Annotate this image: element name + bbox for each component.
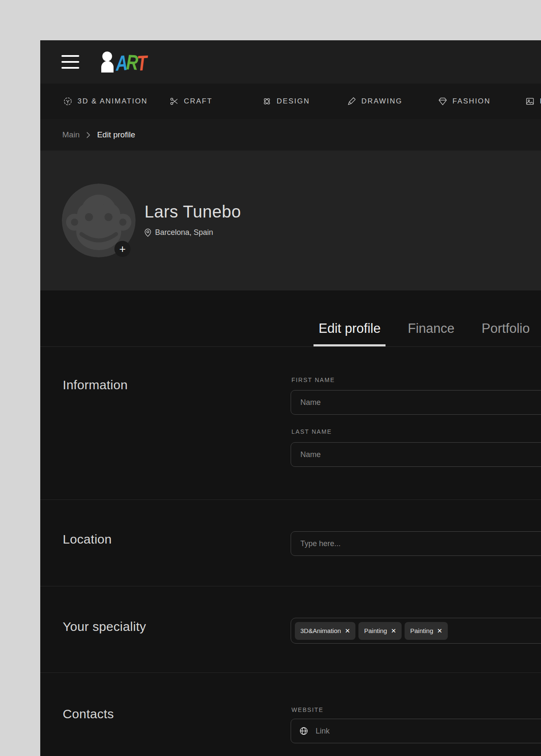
logo-letter-t: T <box>136 54 146 73</box>
logo-letter-r: R <box>126 53 137 72</box>
hamburger-menu-icon[interactable] <box>61 55 79 69</box>
nav-item-fashion[interactable]: FASHION <box>438 97 491 106</box>
person-icon <box>100 51 115 73</box>
nav-item-design[interactable]: DESIGN <box>262 97 310 106</box>
nav-item-drawing[interactable]: DRAWING <box>347 97 402 106</box>
breadcrumb-current: Edit profile <box>97 130 135 139</box>
section-title: Contacts <box>63 707 114 721</box>
section-title: Your speciality <box>63 619 146 634</box>
first-name-input[interactable] <box>291 390 541 415</box>
nav-item-label: FASHION <box>452 97 491 106</box>
vector-atom-icon <box>262 97 272 106</box>
plus-icon: + <box>119 243 125 254</box>
tag-chip: 3D&Animation ✕ <box>295 622 355 640</box>
section-title: Information <box>63 378 128 392</box>
tab-finance[interactable]: Finance <box>402 321 459 346</box>
logo-letter-a: A <box>115 53 127 73</box>
nav-item-label: 3D & ANIMATION <box>78 97 148 106</box>
nav-item-3d-animation[interactable]: 3D & ANIMATION <box>63 97 148 106</box>
breadcrumb: Main Edit profile <box>40 119 541 151</box>
last-name-input[interactable] <box>291 442 541 467</box>
tab-bar: Edit profile Finance Portfolio <box>40 290 541 347</box>
speciality-tags-input[interactable]: 3D&Animation ✕ Painting ✕ Painting ✕ <box>291 618 541 644</box>
chevron-right-icon <box>86 132 90 138</box>
nav-item-illustration[interactable]: ILLUSTRATION <box>525 97 541 106</box>
image-icon <box>525 97 535 106</box>
section-location: Location <box>40 500 541 586</box>
nav-item-craft[interactable]: CRAFT <box>169 97 213 106</box>
profile-location: Barcelona, Spain <box>144 228 241 237</box>
last-name-label: LAST NAME <box>291 428 332 435</box>
logo-text: A R T <box>116 54 146 73</box>
location-pin-icon <box>144 229 151 237</box>
scissors-icon <box>169 97 179 106</box>
nav-item-label: DESIGN <box>277 97 310 106</box>
tag-label: 3D&Animation <box>300 627 341 634</box>
profile-name: Lars Tunebo <box>144 202 241 221</box>
globe-icon <box>299 726 308 736</box>
remove-tag-icon[interactable]: ✕ <box>391 628 397 634</box>
website-label: WEBSITE <box>291 706 324 713</box>
app-logo[interactable]: A R T <box>100 51 154 73</box>
section-information: Information FIRST NAME LAST NAME <box>40 347 541 500</box>
tag-label: Painting <box>364 627 387 634</box>
remove-tag-icon[interactable]: ✕ <box>437 628 442 634</box>
tab-edit-profile[interactable]: Edit profile <box>314 321 386 346</box>
website-input-wrap <box>291 719 541 743</box>
tab-portfolio[interactable]: Portfolio <box>477 321 535 346</box>
first-name-label: FIRST NAME <box>291 377 335 383</box>
section-speciality: Your speciality 3D&Animation ✕ Painting … <box>40 586 541 673</box>
tag-chip: Painting ✕ <box>405 622 448 640</box>
tag-label: Painting <box>410 627 433 634</box>
profile-info: Lars Tunebo Barcelona, Spain <box>144 202 241 237</box>
section-title: Location <box>63 532 112 547</box>
add-photo-button[interactable]: + <box>114 241 130 257</box>
profile-location-text: Barcelona, Spain <box>155 228 213 237</box>
profile-hero: + Lars Tunebo Barcelona, Spain <box>40 151 541 290</box>
pen-icon <box>347 97 356 106</box>
section-contacts: Contacts WEBSITE <box>40 673 541 756</box>
header: A R T <box>40 40 541 84</box>
page: A R T 3D & ANIMATION CRAFT <box>0 0 541 756</box>
nav-item-label: DRAWING <box>361 97 402 106</box>
tag-chip: Painting ✕ <box>358 622 402 640</box>
location-input[interactable] <box>291 531 541 556</box>
remove-tag-icon[interactable]: ✕ <box>345 628 350 634</box>
category-nav: 3D & ANIMATION CRAFT DESIGN <box>40 84 541 119</box>
diamond-icon <box>438 97 447 106</box>
tabs: Edit profile Finance Portfolio <box>314 321 535 346</box>
3d-rotate-icon <box>63 97 72 106</box>
app-window: A R T 3D & ANIMATION CRAFT <box>40 40 541 756</box>
website-input[interactable] <box>291 719 541 743</box>
breadcrumb-main-link[interactable]: Main <box>62 130 80 139</box>
nav-item-label: CRAFT <box>184 97 213 106</box>
